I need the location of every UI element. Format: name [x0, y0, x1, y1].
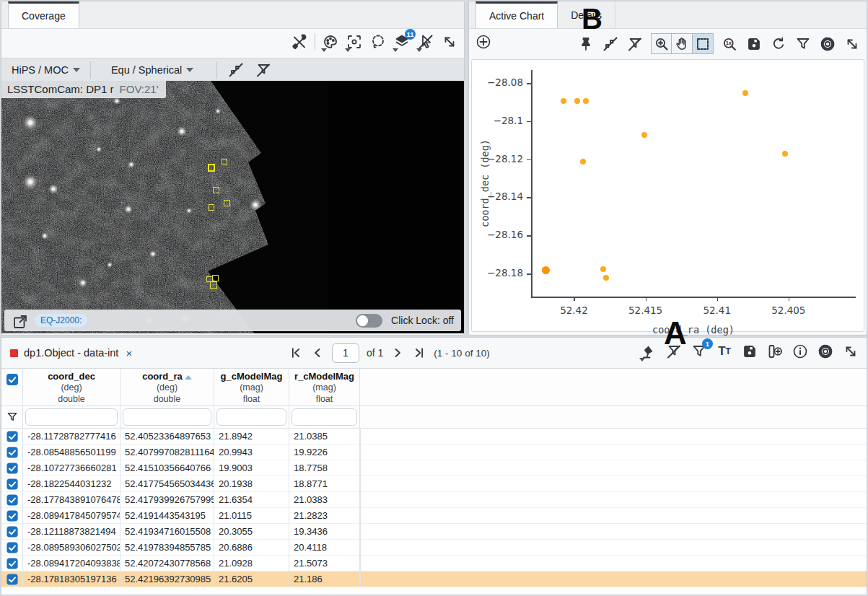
filter-count-badge: 1 — [702, 338, 713, 349]
table-filter-icon[interactable]: 1 — [691, 343, 708, 360]
pan-tool[interactable] — [672, 33, 693, 54]
data-point[interactable] — [641, 132, 647, 138]
row-checkbox[interactable] — [6, 431, 17, 442]
data-point[interactable] — [782, 151, 788, 157]
tools-icon[interactable] — [291, 33, 308, 51]
column-header-coord_dec[interactable]: coord_dec(deg)double — [23, 369, 120, 406]
chart-settings-icon[interactable] — [819, 35, 836, 53]
chart-marker-off-icon[interactable] — [602, 35, 619, 53]
data-point[interactable] — [542, 266, 550, 274]
lamp-icon[interactable] — [640, 343, 657, 360]
data-point[interactable] — [561, 98, 566, 104]
column-header-g_cModelMag[interactable]: g_cModelMag(mag)float — [214, 369, 289, 406]
palette-icon[interactable] — [322, 33, 339, 51]
info-icon[interactable] — [792, 343, 809, 360]
table-row[interactable]: -28.1781830519713652.4219639273098521.62… — [1, 571, 867, 587]
layers-count-badge: 11 — [405, 29, 416, 40]
table-row[interactable]: -28.08941720409383852.4207243077856821.0… — [1, 556, 867, 571]
chart-expand-icon[interactable] — [843, 35, 861, 53]
source-marker-box[interactable] — [224, 200, 230, 206]
table-row[interactable]: -28.1072773666028152.4151035664076619.90… — [1, 460, 867, 476]
prev-page-icon[interactable] — [310, 346, 325, 360]
data-point[interactable] — [574, 98, 580, 104]
row-checkbox[interactable] — [6, 510, 17, 521]
data-point[interactable] — [583, 98, 589, 104]
table-save-icon[interactable] — [741, 343, 758, 360]
tab-coverage[interactable]: Coverage — [8, 1, 79, 28]
select-rect-tool[interactable] — [693, 33, 714, 54]
table-cell: -28.089417845079574 — [23, 508, 120, 524]
source-marker-box[interactable] — [208, 164, 215, 172]
filter-off-icon[interactable] — [255, 61, 272, 79]
add-column-icon[interactable] — [766, 343, 784, 360]
click-lock-toggle[interactable] — [356, 314, 382, 328]
table-row[interactable]: -28.17784389107647852.41793992675799521.… — [1, 492, 867, 508]
source-marker-box[interactable] — [210, 281, 217, 289]
projection-dropdown[interactable]: Equ / Spherical — [111, 64, 193, 76]
column-header-r_cModelMag[interactable]: r_cModelMag(mag)float — [289, 369, 360, 406]
row-checkbox[interactable] — [6, 526, 17, 537]
row-checkbox[interactable] — [6, 558, 17, 569]
table-settings-icon[interactable] — [817, 343, 834, 360]
column-header-coord_ra[interactable]: coord_ra(deg)double — [120, 369, 214, 406]
layers-icon[interactable]: 11 — [393, 33, 411, 51]
tab-coverage-label: Coverage — [22, 10, 66, 22]
table-row[interactable]: -28.182254403123252.41775456503443620.19… — [1, 476, 867, 492]
page-number-input[interactable] — [332, 343, 359, 363]
text-view-icon[interactable]: TT — [716, 343, 733, 360]
click-lock-label: Click Lock: off — [391, 315, 454, 326]
data-point[interactable] — [603, 275, 609, 281]
filter-input-coord_ra[interactable] — [123, 408, 211, 426]
table-cell: -28.12118873821494 — [23, 524, 120, 540]
filter-input-coord_dec[interactable] — [25, 408, 118, 426]
next-page-icon[interactable] — [390, 346, 405, 360]
table-row[interactable]: -28.0854885650119952.40799708281116420.9… — [1, 444, 867, 460]
zoom-reset-icon[interactable]: 1x — [721, 35, 738, 53]
source-marker-box[interactable] — [213, 187, 219, 193]
coverage-panel: Coverage 11 HiPS / MOC Equ / Spherical — [1, 1, 465, 336]
table-row[interactable]: -28.08958930602750252.4197839485578520.6… — [1, 540, 867, 556]
row-checkbox[interactable] — [6, 447, 17, 457]
add-chart-icon[interactable] — [475, 33, 492, 51]
table-tab[interactable]: dp1.Object - data-int × — [1, 347, 141, 359]
table-expand-icon[interactable] — [842, 343, 859, 360]
zoom-in-tool[interactable] — [651, 33, 672, 54]
row-checkbox[interactable] — [6, 574, 17, 584]
recenter-icon[interactable] — [346, 33, 363, 51]
row-checkbox[interactable] — [6, 463, 17, 473]
source-marker-box[interactable] — [222, 159, 227, 165]
data-point[interactable] — [600, 266, 606, 272]
table-row[interactable]: -28.1172878277741652.4052336489765321.89… — [1, 429, 867, 444]
hips-moc-dropdown[interactable]: HiPS / MOC — [12, 64, 80, 76]
table-row[interactable]: -28.1211887382149452.4193471601550820.30… — [1, 524, 867, 540]
pin-icon[interactable] — [577, 35, 595, 53]
filter-input-g_cModelMag[interactable] — [216, 408, 286, 426]
unclick-icon[interactable] — [417, 33, 434, 51]
lasso-select-icon[interactable] — [369, 33, 387, 51]
expand-icon[interactable] — [441, 33, 458, 51]
last-page-icon[interactable] — [412, 346, 426, 360]
chart-filter-icon[interactable] — [794, 35, 812, 53]
select-all-checkbox[interactable] — [6, 374, 18, 385]
chart-save-icon[interactable] — [745, 35, 763, 53]
table-cell: -28.089417204093838 — [23, 556, 120, 571]
marker-off-icon[interactable] — [227, 61, 245, 79]
data-point[interactable] — [580, 159, 586, 165]
external-link-icon[interactable] — [12, 313, 26, 328]
restore-icon[interactable] — [770, 35, 787, 53]
row-checkbox[interactable] — [6, 542, 17, 553]
chart-filter-off-icon[interactable] — [626, 35, 644, 53]
filter-input-r_cModelMag[interactable] — [291, 408, 357, 426]
tab-active-chart[interactable]: Active Chart — [475, 1, 558, 28]
table-tab-close-icon[interactable]: × — [126, 347, 132, 359]
sky-image-viewer[interactable]: LSSTComCam: DP1 rFOV:21' EQ-J2000: Click… — [1, 81, 464, 333]
row-checkbox[interactable] — [6, 494, 17, 505]
data-point[interactable] — [742, 90, 748, 96]
source-marker-box[interactable] — [209, 204, 214, 211]
scatter-plot[interactable]: −28.08−28.1−28.12−28.14−28.16−28.1852.42… — [472, 60, 864, 331]
source-marker-box[interactable] — [212, 275, 219, 281]
row-checkbox[interactable] — [6, 478, 17, 489]
first-page-icon[interactable] — [289, 346, 303, 360]
table-row[interactable]: -28.08941784507957452.419144354319521.01… — [1, 508, 867, 524]
viewer-options-bar: HiPS / MOC Equ / Spherical — [1, 58, 464, 81]
